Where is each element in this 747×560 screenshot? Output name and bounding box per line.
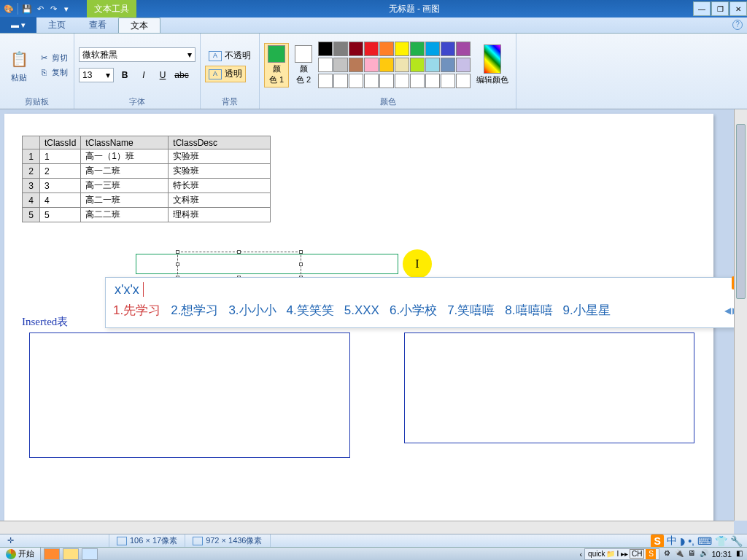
- color-swatch[interactable]: [456, 74, 471, 88]
- restore-button[interactable]: ❐: [711, 1, 729, 16]
- group-colors-label: 颜色: [264, 95, 511, 107]
- ime-prev-icon[interactable]: ◀: [724, 306, 731, 316]
- vertical-scrollbar[interactable]: [734, 109, 747, 521]
- color2-swatch: [295, 45, 312, 63]
- color-swatch[interactable]: [349, 42, 363, 56]
- color-swatch[interactable]: [318, 58, 333, 72]
- ime-candidate[interactable]: 6.小学校: [390, 302, 437, 319]
- color-swatch[interactable]: [349, 58, 363, 72]
- sogou-lang-icon[interactable]: 中: [667, 534, 677, 548]
- color-swatch[interactable]: [456, 58, 471, 72]
- color-swatch[interactable]: [425, 74, 440, 88]
- app-icon[interactable]: 🎨: [3, 3, 15, 15]
- color-swatch[interactable]: [318, 74, 333, 88]
- color-swatch[interactable]: [333, 42, 348, 56]
- undo-icon[interactable]: ↶: [34, 3, 46, 15]
- color-swatch[interactable]: [395, 42, 409, 56]
- color1-button[interactable]: 颜 色 1: [264, 43, 289, 88]
- color-swatch[interactable]: [318, 42, 333, 56]
- tab-text[interactable]: 文本: [118, 18, 160, 33]
- text-edit-box[interactable]: [177, 252, 301, 278]
- tray-expand-icon[interactable]: ‹: [579, 550, 582, 559]
- color-swatch[interactable]: [379, 74, 394, 88]
- color-swatch[interactable]: [456, 42, 471, 56]
- ime-candidate[interactable]: 4.笑笑笑: [287, 302, 334, 319]
- ime-candidate[interactable]: 1.先学习: [113, 302, 160, 319]
- ime-candidate[interactable]: 7.笑嘻嘻: [447, 302, 495, 319]
- color-swatch[interactable]: [425, 58, 440, 72]
- ime-candidate[interactable]: 8.嘻嘻嘻: [505, 302, 552, 319]
- bold-button[interactable]: B: [117, 68, 133, 82]
- sogou-punct-icon[interactable]: •,: [688, 535, 694, 547]
- color-swatch[interactable]: [349, 74, 363, 88]
- sogou-tool-icon[interactable]: 🔧: [730, 535, 743, 547]
- font-size-combo[interactable]: 13▾: [79, 68, 114, 82]
- data-table: tClassId tClassName tClassDesc 11高一（1）班实…: [22, 136, 271, 222]
- color-swatch[interactable]: [333, 58, 348, 72]
- color-swatch[interactable]: [441, 42, 455, 56]
- ime-candidates: 1.先学习2.想学习3.小小小4.笑笑笑5.XXX6.小学校7.笑嘻嘻8.嘻嘻嘻…: [106, 299, 746, 322]
- tray-clock[interactable]: 10:31: [711, 550, 732, 559]
- app-menu-button[interactable]: ▬ ▾: [0, 17, 36, 33]
- save-icon[interactable]: 💾: [21, 3, 33, 15]
- color-swatch[interactable]: [395, 58, 409, 72]
- group-font: 微软雅黑▾ 13▾ B I U abc 字体: [74, 34, 201, 109]
- tab-home[interactable]: 主页: [36, 18, 77, 33]
- ime-candidate[interactable]: 2.想学习: [171, 302, 218, 319]
- copy-button[interactable]: ⎘复制: [36, 66, 69, 79]
- sogou-softkb-icon[interactable]: ⌨: [697, 535, 712, 547]
- sogou-moon-icon[interactable]: ◗: [680, 535, 685, 547]
- color-swatch[interactable]: [410, 74, 425, 88]
- color-swatch[interactable]: [395, 74, 409, 88]
- opaque-button[interactable]: A不透明: [205, 47, 255, 64]
- redo-icon[interactable]: ↷: [47, 3, 59, 15]
- blue-box-left: [29, 332, 350, 458]
- help-icon[interactable]: ?: [732, 20, 743, 30]
- ime-candidate[interactable]: 3.小小小: [228, 302, 276, 319]
- sogou-statusbar[interactable]: S 中 ◗ •, ⌨ 👕 🔧: [651, 534, 747, 548]
- color-swatch[interactable]: [379, 58, 394, 72]
- qat-dropdown-icon[interactable]: ▾: [61, 3, 72, 15]
- sogou-person-icon[interactable]: 👕: [715, 535, 727, 547]
- italic-button[interactable]: I: [136, 68, 152, 82]
- color-swatch[interactable]: [379, 42, 394, 56]
- color-swatch[interactable]: [333, 74, 348, 88]
- tray-icon[interactable]: ⚙: [662, 549, 672, 559]
- taskbar-app-folder[interactable]: [63, 548, 79, 560]
- font-name-combo[interactable]: 微软雅黑▾: [79, 47, 196, 62]
- cut-button[interactable]: ✂剪切: [36, 51, 69, 64]
- color-swatch[interactable]: [410, 58, 425, 72]
- close-button[interactable]: ✕: [729, 1, 747, 16]
- language-bar[interactable]: quick 📁 I ▸▸ CH S: [584, 548, 659, 560]
- color-swatch[interactable]: [425, 42, 440, 56]
- color-swatch[interactable]: [364, 42, 379, 56]
- folder-icon: 📁: [606, 550, 615, 558]
- tray-icon[interactable]: 🔌: [674, 549, 684, 559]
- transparent-button[interactable]: A透明: [205, 66, 246, 82]
- taskbar-app-paint[interactable]: [82, 548, 98, 560]
- color-swatch[interactable]: [364, 58, 379, 72]
- text-selection-frame[interactable]: [136, 254, 398, 274]
- strike-button[interactable]: abc: [174, 68, 190, 82]
- minimize-button[interactable]: —: [693, 1, 711, 16]
- tab-view[interactable]: 查看: [77, 18, 118, 33]
- tray-icon[interactable]: 🖥: [686, 549, 697, 559]
- paste-button[interactable]: 📋 粘贴: [4, 46, 34, 85]
- tray-icon[interactable]: ◧: [734, 549, 744, 559]
- taskbar-app-ppt[interactable]: [44, 548, 60, 560]
- color-swatch[interactable]: [410, 42, 425, 56]
- edit-colors-button[interactable]: 编辑颜色: [473, 43, 511, 87]
- color-swatch[interactable]: [441, 58, 455, 72]
- ime-composition: x'x'x: [106, 278, 746, 299]
- start-button[interactable]: 开始: [0, 548, 41, 560]
- underline-button[interactable]: U: [155, 68, 171, 82]
- color-swatch[interactable]: [364, 74, 379, 88]
- ime-candidate[interactable]: 5.XXX: [344, 303, 379, 318]
- scrollbar-thumb[interactable]: [736, 124, 746, 299]
- horizontal-scrollbar[interactable]: [0, 521, 734, 534]
- statusbar: ✛ 106 × 17像素 972 × 1436像素 S 中 ◗ •, ⌨ 👕 🔧: [0, 534, 747, 547]
- color-swatch[interactable]: [441, 74, 455, 88]
- color2-button[interactable]: 颜 色 2: [292, 44, 315, 87]
- tray-volume-icon[interactable]: 🔊: [699, 549, 709, 559]
- ime-candidate[interactable]: 9.小星星: [563, 302, 611, 319]
